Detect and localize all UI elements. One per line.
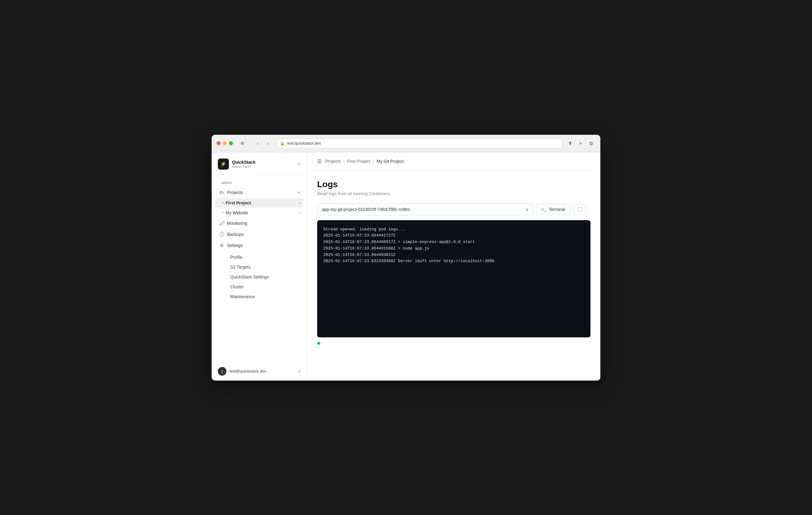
my-website-label: My Website <box>226 210 296 215</box>
breadcrumb-projects[interactable]: Projects <box>325 159 341 164</box>
expand-icon: ⛶ <box>578 207 582 212</box>
settings-label: Settings <box>227 243 300 248</box>
log-terminal[interactable]: Stream opened, loading pod logs...2025-0… <box>317 220 590 337</box>
sidebar-item-projects[interactable]: 🗁 Projects + <box>215 187 303 198</box>
traffic-light-green[interactable] <box>229 141 233 145</box>
terminal-label: Terminal <box>549 207 565 212</box>
sidebar-item-backups[interactable]: 🕐 Backups <box>215 229 303 240</box>
sidebar: ⚡ QuickStack Admin Panel ∨ Menu 🗁 Projec… <box>212 152 307 381</box>
status-dot <box>317 342 320 345</box>
sidebar-item-settings[interactable]: ⚙ Settings <box>215 240 303 251</box>
backups-label: Backups <box>227 232 300 237</box>
tabs-button[interactable]: ⧉ <box>587 139 596 148</box>
main-content: ☰ Projects › First Project › My Git Proj… <box>307 152 600 381</box>
monitoring-label: Monitoring <box>227 221 300 226</box>
user-email: test@quickstack.dev <box>230 369 266 373</box>
settings-profile[interactable]: Profile <box>227 252 303 262</box>
chart-icon: 📈 <box>219 220 225 226</box>
first-project-label: First Project <box>226 201 296 205</box>
url-text: test.quickstack.dev <box>287 141 321 146</box>
sidebar-item-my-website[interactable]: • My Website › <box>215 208 303 217</box>
log-line: 2025-01-14T16:07:33.064493821Z <box>323 252 584 259</box>
sidebar-item-monitoring[interactable]: 📈 Monitoring <box>215 218 303 229</box>
browser-nav: ‹ › <box>253 139 272 148</box>
menu-section-label: Menu <box>215 176 303 187</box>
sidebar-nav: Menu 🗁 Projects + • First Project › • My… <box>212 175 307 362</box>
projects-label: Projects <box>227 190 295 195</box>
browser-window: ⊞ ‹ › 🔒 test.quickstack.dev ⬆ + ⧉ ⚡ Quic… <box>212 135 600 381</box>
address-bar[interactable]: 🔒 test.quickstack.dev <box>276 139 562 148</box>
brand[interactable]: ⚡ QuickStack Admin Panel <box>218 158 256 170</box>
folder-icon: 🗁 <box>219 190 225 195</box>
log-line: 2025-01-14T16:07:33.064486917Z > simple-… <box>323 239 584 245</box>
traffic-light-yellow[interactable] <box>223 141 227 145</box>
container-select[interactable]: app-my-git-project-0103029f-7dfcb7f8fc-n… <box>317 204 533 215</box>
nav-back-button[interactable]: ‹ <box>253 139 262 148</box>
project-dot-icon: • <box>222 211 223 214</box>
brand-icon: ⚡ <box>218 158 229 170</box>
browser-actions: ⬆ + ⧉ <box>566 139 596 148</box>
user-chevron-icon[interactable]: ∧ <box>298 369 301 373</box>
select-value: app-my-git-project-0103029f-7dfcb7f8fc-n… <box>322 207 410 212</box>
sidebar-header: ⚡ QuickStack Admin Panel ∨ <box>212 152 307 175</box>
user-avatar: j <box>218 367 227 375</box>
brand-chevron-icon[interactable]: ∨ <box>298 162 301 166</box>
log-line: 2025-01-14T16:07:33.632439368Z Server lä… <box>323 258 584 265</box>
sidebar-item-first-project[interactable]: • First Project › <box>215 198 303 208</box>
user-info[interactable]: j test@quickstack.dev <box>218 367 266 375</box>
brand-subtitle: Admin Panel <box>232 165 256 169</box>
app-layout: ⚡ QuickStack Admin Panel ∨ Menu 🗁 Projec… <box>212 152 600 381</box>
settings-subitems: Profile S3 Targets QuickStack Settings C… <box>215 251 303 303</box>
traffic-light-red[interactable] <box>216 141 221 145</box>
settings-cluster[interactable]: Cluster <box>227 282 303 292</box>
log-line: 2025-01-14T16:07:33.064491660Z > node ap… <box>323 245 584 252</box>
new-tab-button[interactable]: + <box>576 139 585 148</box>
my-website-chevron-icon[interactable]: › <box>299 211 300 215</box>
log-line: Stream opened, loading pod logs... <box>323 226 584 233</box>
project-dot-icon: • <box>222 201 223 205</box>
page-subtitle: Read logs from all running Containers. <box>317 191 590 196</box>
page-body: Logs Read logs from all running Containe… <box>307 171 600 354</box>
share-button[interactable]: ⬆ <box>566 139 575 148</box>
add-project-icon[interactable]: + <box>297 190 300 195</box>
terminal-button[interactable]: >_ Terminal <box>536 204 571 215</box>
first-project-chevron-icon[interactable]: › <box>299 201 300 205</box>
log-line: 2025-01-14T16:07:33.064441727Z <box>323 233 584 239</box>
page-title: Logs <box>317 180 590 189</box>
brand-name: QuickStack <box>232 160 256 165</box>
settings-quickstack[interactable]: QuickStack Settings <box>227 272 303 281</box>
sidebar-toggle-icon[interactable]: ⊞ <box>237 139 247 148</box>
expand-button[interactable]: ⛶ <box>574 204 586 215</box>
settings-maintenance[interactable]: Maintenance <box>227 292 303 301</box>
status-indicator <box>317 342 590 345</box>
terminal-icon: >_ <box>542 207 546 212</box>
breadcrumb-my-git-project[interactable]: My Git Project <box>377 159 404 164</box>
lock-icon: 🔒 <box>280 141 285 146</box>
select-chevron-icon: ∨ <box>525 207 528 212</box>
breadcrumb: ☰ Projects › First Project › My Git Proj… <box>307 152 600 171</box>
breadcrumb-sep-1: › <box>343 159 345 164</box>
browser-chrome: ⊞ ‹ › 🔒 test.quickstack.dev ⬆ + ⧉ <box>212 135 600 152</box>
settings-s3-targets[interactable]: S3 Targets <box>227 263 303 272</box>
logs-controls: app-my-git-project-0103029f-7dfcb7f8fc-n… <box>317 204 590 215</box>
nav-forward-button[interactable]: › <box>264 139 272 148</box>
sidebar-footer: j test@quickstack.dev ∧ <box>212 362 307 381</box>
clock-icon: 🕐 <box>219 232 225 237</box>
brand-text: QuickStack Admin Panel <box>232 160 256 169</box>
breadcrumb-sep-2: › <box>373 159 374 164</box>
breadcrumb-first-project[interactable]: First Project <box>347 159 370 164</box>
traffic-lights <box>216 141 233 145</box>
settings-icon: ⚙ <box>219 243 225 248</box>
sidebar-toggle-button[interactable]: ☰ <box>316 157 323 165</box>
